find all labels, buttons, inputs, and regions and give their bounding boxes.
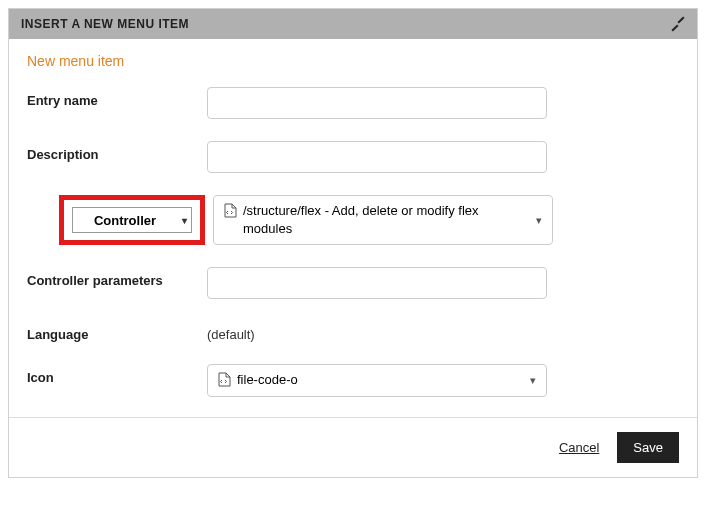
row-icon: Icon file-code-o <box>27 364 679 396</box>
icon-combo-value: file-code-o <box>237 371 298 389</box>
type-select-value: Controller <box>94 213 156 228</box>
file-code-icon <box>218 372 231 387</box>
description-input[interactable] <box>207 141 547 173</box>
cancel-button[interactable]: Cancel <box>559 440 599 455</box>
save-button[interactable]: Save <box>617 432 679 463</box>
type-select[interactable]: Controller <box>72 207 192 233</box>
controller-combo[interactable]: /structure/flex - Add, delete or modify … <box>213 195 553 245</box>
row-controller-params: Controller parameters <box>27 267 679 299</box>
panel-footer: Cancel Save <box>9 417 697 477</box>
subtitle: New menu item <box>27 53 679 69</box>
row-type-controller: Controller /structure/flex - Add, delete… <box>27 195 679 245</box>
row-description: Description <box>27 141 679 173</box>
language-value: (default) <box>207 321 547 342</box>
label-icon: Icon <box>27 364 207 385</box>
panel-header: Insert a new menu item <box>9 9 697 39</box>
icon-combo[interactable]: file-code-o <box>207 364 547 396</box>
row-language: Language (default) <box>27 321 679 342</box>
label-language: Language <box>27 321 207 342</box>
label-description: Description <box>27 141 207 162</box>
row-entry-name: Entry name <box>27 87 679 119</box>
type-highlight-box: Controller <box>59 195 205 245</box>
insert-menu-item-panel: Insert a new menu item New menu item Ent… <box>8 8 698 478</box>
file-code-icon <box>224 203 237 218</box>
label-controller-params: Controller parameters <box>27 267 207 288</box>
entry-name-input[interactable] <box>207 87 547 119</box>
panel-body: New menu item Entry name Description Con… <box>9 39 697 417</box>
controller-params-input[interactable] <box>207 267 547 299</box>
controller-combo-value: /structure/flex - Add, delete or modify … <box>243 202 524 238</box>
collapse-icon[interactable] <box>671 17 685 31</box>
panel-title: Insert a new menu item <box>21 17 189 31</box>
label-entry-name: Entry name <box>27 87 207 108</box>
